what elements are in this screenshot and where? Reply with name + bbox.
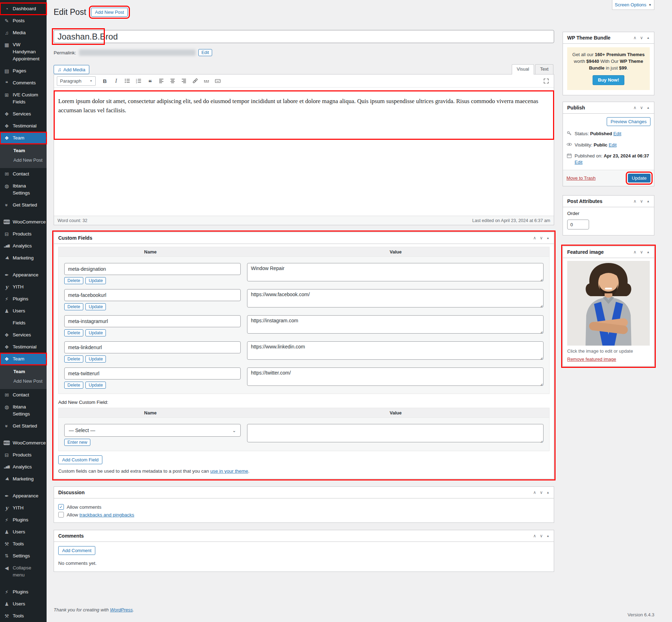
sidebar-item-testimonial[interactable]: ❖Testimonial: [0, 120, 47, 132]
add-comment-button[interactable]: Add Comment: [58, 546, 95, 555]
sidebar-item-users[interactable]: ♟Users: [0, 598, 47, 610]
sidebar-item-posts[interactable]: ✎Posts: [0, 15, 47, 27]
sidebar-subitem-add-new-post[interactable]: Add New Post: [0, 376, 47, 386]
move-to-trash-link[interactable]: Move to Trash: [566, 175, 595, 181]
sidebar-item-pages[interactable]: ▤Pages: [0, 65, 47, 77]
tab-text[interactable]: Text: [535, 64, 553, 74]
update-custom-field-button[interactable]: Update: [85, 303, 106, 310]
post-title-input[interactable]: [54, 30, 554, 43]
paragraph-format-select[interactable]: Paragraph ▼: [57, 76, 96, 86]
sidebar-item-analytics[interactable]: ▂▅▇Analytics: [0, 461, 47, 473]
sidebar-item-tools[interactable]: ⚒Tools: [0, 610, 47, 622]
sidebar-item-users[interactable]: ♟Users: [0, 526, 47, 538]
add-custom-field-button[interactable]: Add Custom Field: [58, 455, 102, 464]
sidebar-item-ibtana-settings[interactable]: ◍Ibtana Settings: [0, 180, 47, 199]
wordpress-link[interactable]: WordPress: [110, 607, 133, 612]
edit-status-link[interactable]: Edit: [613, 131, 621, 136]
read-more-icon[interactable]: [202, 76, 211, 85]
editor-content-area[interactable]: Lorem ipsum dolor sit amet, consectetur …: [54, 88, 554, 216]
toggle-panel-icon[interactable]: ▲: [546, 236, 550, 240]
add-media-button[interactable]: ♫ Add Media: [54, 65, 89, 74]
sidebar-item-ive-custom-fields[interactable]: ⊞IVE Custom Fields: [0, 89, 47, 108]
sidebar-item-products[interactable]: ⊟Products: [0, 449, 47, 461]
preview-changes-button[interactable]: Preview Changes: [607, 117, 650, 126]
custom-field-name-input[interactable]: [64, 315, 241, 327]
move-down-icon[interactable]: ∨: [540, 490, 543, 495]
toggle-panel-icon[interactable]: ▲: [647, 36, 650, 40]
allow-trackbacks-checkbox[interactable]: [58, 512, 64, 518]
sidebar-item-plugins[interactable]: ⚡Plugins: [0, 293, 47, 305]
add-new-post-button[interactable]: Add New Post: [91, 8, 128, 17]
move-down-icon[interactable]: ∨: [540, 235, 543, 240]
move-up-icon[interactable]: ∧: [633, 199, 636, 204]
move-down-icon[interactable]: ∨: [640, 105, 643, 110]
update-button[interactable]: Update: [628, 174, 650, 183]
new-field-name-select[interactable]: — Select — ⌄: [64, 424, 241, 437]
order-input[interactable]: [567, 220, 589, 229]
delete-custom-field-button[interactable]: Delete: [64, 355, 83, 363]
enter-new-button[interactable]: Enter new: [64, 439, 90, 446]
toggle-panel-icon[interactable]: ▲: [647, 106, 650, 109]
move-up-icon[interactable]: ∧: [633, 105, 636, 110]
sidebar-item-plugins[interactable]: ⚡Plugins: [0, 586, 47, 598]
move-down-icon[interactable]: ∨: [640, 250, 643, 255]
italic-button[interactable]: I: [111, 76, 121, 85]
delete-custom-field-button[interactable]: Delete: [64, 303, 83, 310]
keyboard-shortcuts-icon[interactable]: [213, 76, 223, 85]
sidebar-item-ibtana-settings[interactable]: ◍Ibtana Settings: [0, 401, 47, 420]
sidebar-item-plugins[interactable]: ⚡Plugins: [0, 514, 47, 526]
blockquote-icon[interactable]: ❝: [145, 76, 155, 85]
update-custom-field-button[interactable]: Update: [85, 382, 106, 389]
sidebar-item-yith[interactable]: yYITH: [0, 502, 47, 514]
bold-button[interactable]: B: [100, 76, 110, 85]
custom-field-name-input[interactable]: [64, 263, 241, 275]
sidebar-subitem-team[interactable]: Team: [0, 146, 47, 155]
toggle-panel-icon[interactable]: ▲: [546, 534, 550, 538]
tab-visual[interactable]: Visual: [512, 64, 534, 74]
sidebar-item-products[interactable]: ⊟Products: [0, 228, 47, 240]
toggle-panel-icon[interactable]: ▲: [647, 199, 650, 203]
sidebar-item-get-started[interactable]: »Get Started: [0, 420, 47, 432]
delete-custom-field-button[interactable]: Delete: [64, 329, 83, 336]
permalink-edit-button[interactable]: Edit: [198, 49, 212, 56]
sidebar-item-team[interactable]: ❖Team: [0, 132, 47, 144]
insert-link-icon[interactable]: [190, 76, 200, 85]
sidebar-item-woocommerce[interactable]: WOOWooCommerce: [0, 437, 47, 449]
toggle-panel-icon[interactable]: ▲: [647, 250, 650, 254]
custom-field-value-input[interactable]: [247, 263, 544, 281]
align-left-icon[interactable]: [156, 76, 166, 85]
update-custom-field-button[interactable]: Update: [85, 329, 106, 336]
move-up-icon[interactable]: ∧: [533, 235, 536, 240]
sidebar-item-appearance[interactable]: ✒Appearance: [0, 269, 47, 281]
sidebar-item-services[interactable]: ❖Services: [0, 329, 47, 341]
sidebar-item-get-started[interactable]: »Get Started: [0, 199, 47, 211]
bullet-list-icon[interactable]: [122, 76, 132, 85]
custom-field-name-input[interactable]: [64, 367, 241, 379]
custom-field-name-input[interactable]: [64, 289, 241, 301]
sidebar-item-contact[interactable]: ✉Contact: [0, 389, 47, 401]
new-field-value-input[interactable]: [247, 424, 544, 442]
custom-field-value-input[interactable]: [247, 341, 544, 360]
custom-field-name-input[interactable]: [64, 341, 241, 353]
move-down-icon[interactable]: ∨: [640, 199, 643, 204]
sidebar-item-fields[interactable]: Fields: [0, 317, 47, 329]
sidebar-item-services[interactable]: ❖Services: [0, 108, 47, 120]
sidebar-item-team[interactable]: ❖Team: [0, 353, 47, 365]
move-up-icon[interactable]: ∧: [533, 533, 536, 538]
edit-published-date-link[interactable]: Edit: [575, 160, 582, 165]
remove-featured-image-link[interactable]: Remove featured image: [567, 357, 616, 362]
update-custom-field-button[interactable]: Update: [85, 355, 106, 363]
sidebar-item-collapse-menu[interactable]: ◀Collapse menu: [0, 562, 47, 581]
update-custom-field-button[interactable]: Update: [85, 277, 106, 284]
featured-image-photo[interactable]: [567, 261, 650, 346]
align-center-icon[interactable]: [168, 76, 178, 85]
move-up-icon[interactable]: ∧: [633, 35, 636, 40]
sidebar-item-yith[interactable]: yYITH: [0, 281, 47, 293]
move-up-icon[interactable]: ∧: [533, 490, 536, 495]
sidebar-item-testimonial[interactable]: ❖Testimonial: [0, 341, 47, 353]
sidebar-item-users[interactable]: ♟Users: [0, 305, 47, 317]
screen-options-tab[interactable]: Screen Options ▼: [612, 0, 654, 10]
numbered-list-icon[interactable]: 123: [134, 76, 144, 85]
sidebar-item-dashboard[interactable]: ◔Dashboard: [0, 3, 47, 15]
sidebar-item-analytics[interactable]: ▂▅▇Analytics: [0, 240, 47, 252]
